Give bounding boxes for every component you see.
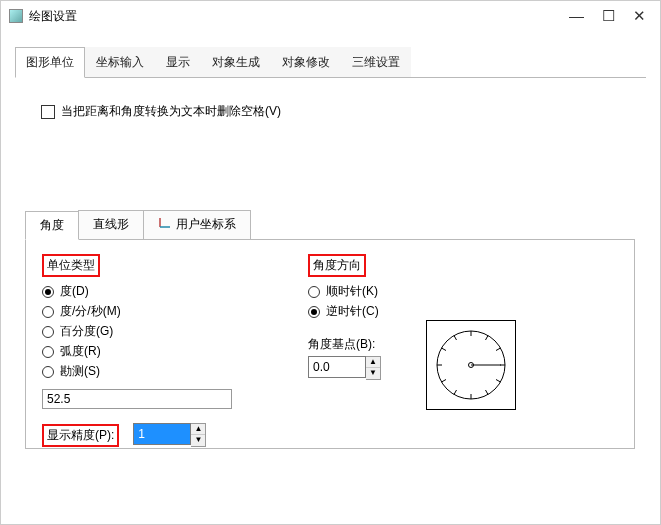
main-tabbar: 图形单位 坐标输入 显示 对象生成 对象修改 三维设置 bbox=[1, 47, 660, 78]
radio-icon bbox=[42, 286, 54, 298]
maximize-button[interactable]: ☐ bbox=[602, 7, 615, 25]
subtab-linear[interactable]: 直线形 bbox=[78, 210, 144, 239]
tab-coord-input[interactable]: 坐标输入 bbox=[85, 47, 155, 78]
angle-panel: 单位类型 度(D) 度/分/秒(M) 百分度(G) 弧度(R) 勘测(S) 显示… bbox=[25, 239, 635, 449]
display-precision-input[interactable] bbox=[133, 423, 191, 445]
remove-spaces-label: 当把距离和角度转换为文本时删除空格(V) bbox=[61, 103, 281, 120]
svg-line-14 bbox=[454, 336, 457, 341]
spin-up-icon: ▲ bbox=[366, 357, 380, 368]
radio-clockwise[interactable]: 顺时针(K) bbox=[308, 283, 618, 300]
radio-survey[interactable]: 勘测(S) bbox=[42, 363, 282, 380]
tab-object-modify[interactable]: 对象修改 bbox=[271, 47, 341, 78]
remove-spaces-checkbox-row[interactable]: 当把距离和角度转换为文本时删除空格(V) bbox=[41, 103, 632, 120]
clock-icon bbox=[431, 325, 511, 405]
base-point-label: 角度基点(B): bbox=[308, 336, 375, 353]
svg-line-7 bbox=[486, 336, 489, 341]
checkbox-icon[interactable] bbox=[41, 105, 55, 119]
spin-down-icon: ▼ bbox=[191, 435, 205, 446]
ucs-icon bbox=[158, 217, 172, 232]
radio-icon bbox=[42, 366, 54, 378]
svg-line-8 bbox=[496, 348, 501, 351]
svg-line-11 bbox=[454, 390, 457, 395]
clock-preview bbox=[426, 320, 516, 410]
radio-degree[interactable]: 度(D) bbox=[42, 283, 282, 300]
sub-tabbar: 角度 直线形 用户坐标系 bbox=[25, 210, 632, 239]
spin-down-icon: ▼ bbox=[366, 368, 380, 379]
radio-icon bbox=[42, 326, 54, 338]
subtab-angle[interactable]: 角度 bbox=[25, 211, 79, 240]
window: 绘图设置 — ☐ ✕ 图形单位 坐标输入 显示 对象生成 对象修改 三维设置 当… bbox=[0, 0, 661, 525]
spin-up-icon: ▲ bbox=[191, 424, 205, 435]
radio-icon bbox=[308, 306, 320, 318]
unit-value-field[interactable] bbox=[42, 389, 232, 409]
radio-radian[interactable]: 弧度(R) bbox=[42, 343, 282, 360]
radio-icon bbox=[42, 346, 54, 358]
unit-type-label: 单位类型 bbox=[42, 254, 100, 277]
radio-icon bbox=[308, 286, 320, 298]
window-title: 绘图设置 bbox=[29, 8, 569, 25]
display-precision-label: 显示精度(P): bbox=[42, 424, 119, 447]
minimize-button[interactable]: — bbox=[569, 7, 584, 25]
angle-direction-radios: 顺时针(K) 逆时针(C) bbox=[308, 283, 618, 320]
close-button[interactable]: ✕ bbox=[633, 7, 646, 25]
tab-display[interactable]: 显示 bbox=[155, 47, 201, 78]
radio-dms[interactable]: 度/分/秒(M) bbox=[42, 303, 282, 320]
radio-counterclockwise[interactable]: 逆时针(C) bbox=[308, 303, 618, 320]
tab-object-create[interactable]: 对象生成 bbox=[201, 47, 271, 78]
unit-type-radios: 度(D) 度/分/秒(M) 百分度(G) 弧度(R) 勘测(S) bbox=[42, 283, 282, 380]
radio-grad[interactable]: 百分度(G) bbox=[42, 323, 282, 340]
base-point-input[interactable] bbox=[308, 356, 366, 378]
svg-line-10 bbox=[486, 390, 489, 395]
angle-direction-label: 角度方向 bbox=[308, 254, 366, 277]
svg-line-12 bbox=[442, 380, 447, 383]
svg-line-9 bbox=[496, 380, 501, 383]
radio-icon bbox=[42, 306, 54, 318]
subtab-ucs[interactable]: 用户坐标系 bbox=[143, 210, 251, 239]
svg-line-13 bbox=[442, 348, 447, 351]
titlebar: 绘图设置 — ☐ ✕ bbox=[1, 1, 660, 31]
precision-spinner[interactable]: ▲▼ bbox=[191, 423, 206, 447]
tab-graphic-units[interactable]: 图形单位 bbox=[15, 47, 85, 78]
tab-3d-settings[interactable]: 三维设置 bbox=[341, 47, 411, 78]
app-icon bbox=[9, 9, 23, 23]
basepoint-spinner[interactable]: ▲▼ bbox=[366, 356, 381, 380]
